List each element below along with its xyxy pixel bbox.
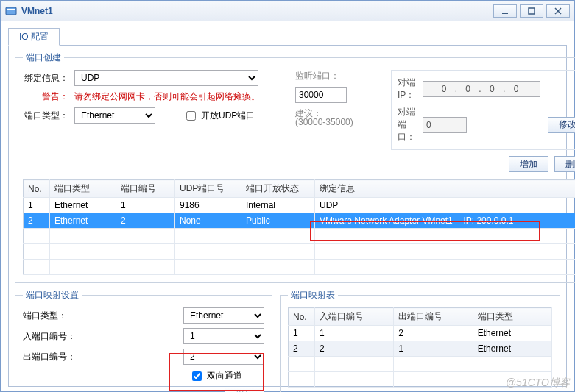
modify-button[interactable]: 修改 — [548, 117, 575, 133]
watermark: @51CTO博客 — [506, 377, 570, 390]
table-row[interactable]: 112Ethernet — [289, 326, 552, 341]
bidir-label: 双向通道 — [207, 370, 242, 382]
port-table-header: No. 端口类型 端口编号 UDP端口号 端口开放状态 绑定信息 — [24, 180, 576, 198]
table-row[interactable]: 1Ethernet19186InternalUDP — [24, 198, 576, 213]
table-row[interactable]: 221Ethernet — [289, 341, 552, 357]
port-type-select[interactable]: Ethernet — [74, 107, 155, 124]
add-port-button[interactable]: 增加 — [509, 156, 548, 172]
svg-rect-1 — [7, 9, 15, 10]
bidir-checkbox[interactable]: 双向通道 — [189, 369, 242, 383]
table-row: . — [24, 260, 576, 275]
port-type-label: 端口类型： — [23, 110, 68, 122]
peer-port-input[interactable] — [423, 117, 467, 133]
close-button[interactable] — [546, 4, 570, 18]
map-out-label: 出端口编号： — [23, 351, 89, 363]
map-in-label: 入端口编号： — [23, 330, 89, 343]
map-in-select[interactable]: 1 — [183, 328, 264, 344]
svg-rect-0 — [6, 7, 16, 15]
window-buttons — [493, 4, 570, 18]
minimize-button[interactable] — [493, 4, 517, 18]
map-type-select[interactable]: Ethernet — [183, 307, 264, 324]
table-row[interactable]: 2Ethernet2NonePublicVMware Network Adapt… — [24, 213, 576, 229]
listen-port-label: 监听端口： — [295, 70, 339, 82]
bind-label: 绑定信息： — [23, 72, 68, 85]
open-udp-input[interactable] — [186, 111, 196, 121]
bind-select[interactable]: UDP — [74, 70, 258, 86]
titlebar: VMnet1 — [1, 1, 574, 21]
svg-rect-3 — [529, 8, 535, 14]
map-out-select[interactable]: 2 — [183, 349, 264, 365]
group-port-create: 端口创建 绑定信息： UDP 警告： 请勿绑定公网网卡，否则可能会引起网络瘫痪。 — [15, 51, 575, 283]
open-udp-label: 开放UDP端口 — [201, 110, 255, 122]
open-udp-checkbox[interactable]: 开放UDP端口 — [183, 109, 255, 123]
legend-map-settings: 端口映射设置 — [23, 289, 82, 302]
legend-port-create: 端口创建 — [23, 51, 64, 64]
warn-label: 警告： — [23, 90, 68, 103]
window-title: VMnet1 — [21, 6, 493, 16]
client-area: IO 配置 端口创建 绑定信息： UDP 警告： 请勿绑定公网网卡，否则可能会引 — [1, 21, 574, 391]
app-icon — [5, 5, 17, 17]
peer-ip-label: 对端IP： — [398, 76, 415, 101]
table-row: . — [289, 357, 552, 372]
table-row: . — [24, 229, 576, 244]
table-row: . — [24, 244, 576, 260]
listen-port-input[interactable] — [295, 87, 347, 103]
warn-text: 请勿绑定公网网卡，否则可能会引起网络瘫痪。 — [74, 90, 260, 103]
peer-ip-input[interactable] — [423, 81, 540, 97]
group-map-settings: 端口映射设置 端口类型： Ethernet 入端口编号： 1 出端口编号： — [15, 289, 272, 392]
peer-port-label: 对端端口： — [398, 106, 415, 143]
tab-io-config[interactable]: IO 配置 — [8, 28, 60, 46]
bidir-input[interactable] — [192, 371, 202, 381]
map-add-button[interactable]: 增加 — [225, 388, 264, 392]
delete-port-button[interactable]: 删除 — [554, 156, 575, 172]
map-type-label: 端口类型： — [23, 310, 89, 322]
maximize-button[interactable] — [520, 4, 543, 18]
app-window: VMnet1 IO 配置 端口创建 绑定信息： UDP — [0, 0, 575, 392]
tab-page: 端口创建 绑定信息： UDP 警告： 请勿绑定公网网卡，否则可能会引起网络瘫痪。 — [8, 45, 567, 387]
map-table-header: No.入端口编号出端口编号端口类型 — [289, 308, 552, 326]
suggest-range: (30000-35000) — [295, 117, 353, 127]
legend-map-table: 端口映射表 — [288, 289, 338, 302]
map-table[interactable]: No.入端口编号出端口编号端口类型 112Ethernet 221Etherne… — [288, 307, 552, 388]
tabstrip: IO 配置 — [8, 27, 567, 45]
port-table[interactable]: No. 端口类型 端口编号 UDP端口号 端口开放状态 绑定信息 1Ethern… — [23, 179, 575, 275]
